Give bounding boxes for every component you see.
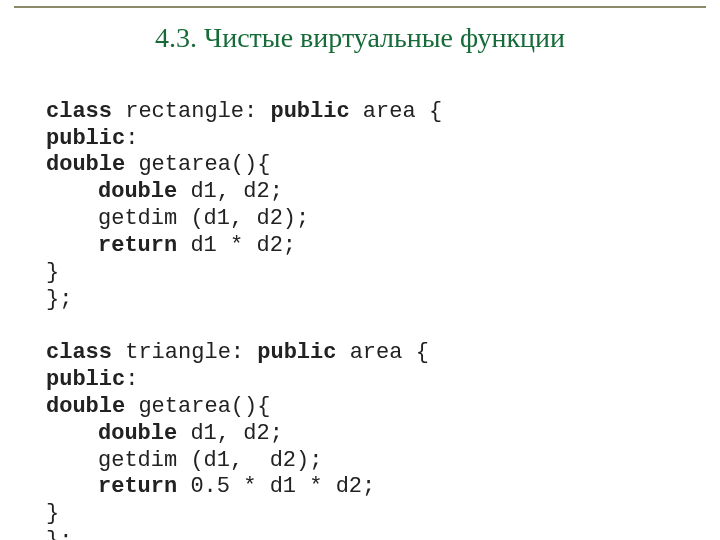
line: public: (46, 126, 138, 151)
keyword-class: class (46, 99, 112, 124)
line: getdim (d1, d2); (46, 206, 309, 231)
keyword-public: public (270, 99, 349, 124)
text: } (46, 501, 59, 526)
text: getarea(){ (125, 394, 270, 419)
keyword-return: return (98, 474, 177, 499)
text: triangle: (112, 340, 257, 365)
text: }; (46, 287, 72, 312)
text: rectangle: (112, 99, 270, 124)
text: : (125, 126, 138, 151)
line: double getarea(){ (46, 394, 270, 419)
text: getdim (d1, d2); (98, 206, 309, 231)
line: } (46, 260, 59, 285)
text: area { (350, 99, 442, 124)
line: public: (46, 367, 138, 392)
text: area { (336, 340, 428, 365)
line: } (46, 501, 59, 526)
line: getdim (d1, d2); (46, 448, 322, 473)
keyword-return: return (98, 233, 177, 258)
line: class triangle: public area { (46, 340, 429, 365)
blank-line (46, 313, 59, 338)
keyword-public: public (257, 340, 336, 365)
line: double d1, d2; (46, 421, 283, 446)
line: }; (46, 528, 72, 540)
keyword-public: public (46, 367, 125, 392)
text: d1, d2; (177, 421, 283, 446)
keyword-double: double (98, 179, 177, 204)
line: return 0.5 * d1 * d2; (46, 474, 375, 499)
line: class rectangle: public area { (46, 99, 442, 124)
keyword-double: double (46, 394, 125, 419)
section-title: 4.3. Чистые виртуальные функции (0, 22, 720, 54)
text: : (125, 367, 138, 392)
text: }; (46, 528, 72, 540)
keyword-class: class (46, 340, 112, 365)
top-rule (14, 6, 706, 8)
keyword-double: double (46, 152, 125, 177)
text: d1, d2; (177, 179, 283, 204)
line: double d1, d2; (46, 179, 283, 204)
line: return d1 * d2; (46, 233, 296, 258)
line: double getarea(){ (46, 152, 270, 177)
line: }; (46, 287, 72, 312)
keyword-public: public (46, 126, 125, 151)
text: d1 * d2; (177, 233, 296, 258)
text: } (46, 260, 59, 285)
keyword-double: double (98, 421, 177, 446)
code-block: class rectangle: public area { public: d… (46, 72, 720, 540)
text: 0.5 * d1 * d2; (177, 474, 375, 499)
text: getdim (d1, d2); (98, 448, 322, 473)
text: getarea(){ (125, 152, 270, 177)
